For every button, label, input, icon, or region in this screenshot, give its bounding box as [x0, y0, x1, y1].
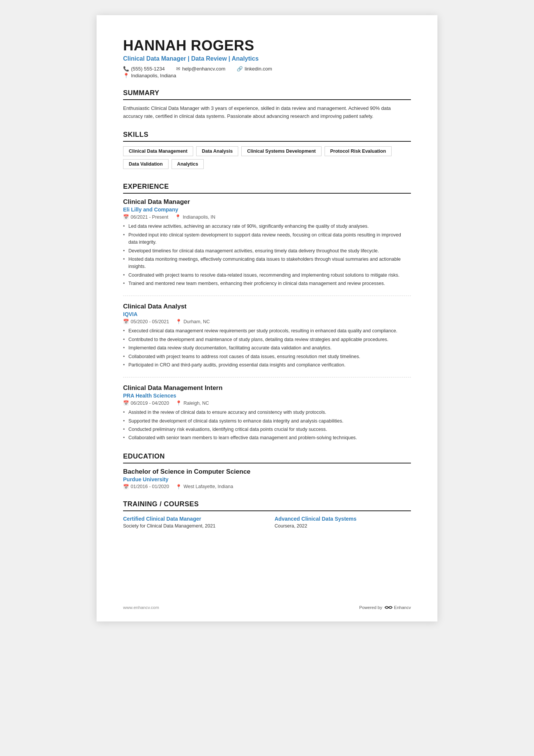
job-separator: [123, 296, 411, 296]
job-location: 📍 Raleigh, NC: [176, 400, 209, 406]
job-company: IQVIA: [123, 311, 411, 317]
phone-number: (555) 555-1234: [131, 66, 165, 72]
job-bullet: Trained and mentored new team members, e…: [123, 280, 411, 287]
skill-tag: Data Analysis: [196, 146, 239, 156]
job-title: Clinical Data Management Intern: [123, 384, 411, 392]
skills-title: SKILLS: [123, 131, 411, 142]
job-meta: 📅 05/2020 - 05/2021 📍 Durham, NC: [123, 319, 411, 324]
header-section: HANNAH ROGERS Clinical Data Manager | Da…: [123, 38, 411, 78]
training-item: Advanced Clinical Data Systems Coursera,…: [275, 516, 411, 530]
training-item: Certified Clinical Data Manager Society …: [123, 516, 259, 530]
phone-icon: 📞: [123, 66, 129, 72]
jobs-container: Clinical Data Manager Eli Lilly and Comp…: [123, 198, 411, 441]
skill-tag: Data Validation: [123, 159, 169, 169]
skill-tag: Clinical Systems Development: [241, 146, 321, 156]
job-separator: [123, 377, 411, 377]
pin-icon: 📍: [175, 214, 181, 220]
location-contact: 📍 Indianapolis, Indiana: [123, 73, 176, 78]
experience-title: EXPERIENCE: [123, 183, 411, 194]
linkedin-icon: 🔗: [237, 66, 243, 72]
email-contact: ✉ help@enhancv.com: [176, 66, 225, 72]
email-address: help@enhancv.com: [182, 66, 225, 72]
pin-icon: 📍: [176, 319, 182, 324]
edu-school: Purdue University: [123, 476, 411, 482]
enhancv-logo: Enhancv: [384, 605, 411, 610]
location-text: Indianapolis, Indiana: [131, 73, 176, 78]
contact-row-1: 📞 (555) 555-1234 ✉ help@enhancv.com 🔗 li…: [123, 66, 411, 72]
calendar-icon: 📅: [123, 214, 129, 220]
linkedin-url: linkedin.com: [245, 66, 272, 72]
edu-date: 📅 01/2016 - 01/2020: [123, 484, 169, 490]
job-bullet: Collaborated with project teams to addre…: [123, 353, 411, 360]
edu-degree: Bachelor of Science in Computer Science: [123, 468, 411, 476]
edu-block: Bachelor of Science in Computer Science …: [123, 468, 411, 490]
training-item-title: Advanced Clinical Data Systems: [275, 516, 411, 522]
job-location: 📍 Durham, NC: [176, 319, 209, 324]
powered-by-text: Powered by: [359, 605, 383, 610]
page-footer: www.enhancv.com Powered by Enhancv: [123, 605, 411, 610]
job-title: Clinical Data Analyst: [123, 303, 411, 310]
candidate-name: HANNAH ROGERS: [123, 38, 411, 54]
job-bullet: Executed clinical data management review…: [123, 327, 411, 335]
job-date: 📅 06/2019 - 04/2020: [123, 400, 169, 406]
calendar-icon: 📅: [123, 319, 129, 324]
training-item-title: Certified Clinical Data Manager: [123, 516, 259, 522]
job-date: 📅 06/2021 - Present: [123, 214, 168, 220]
skills-section: SKILLS Clinical Data ManagementData Anal…: [123, 131, 411, 172]
education-section: EDUCATION Bachelor of Science in Compute…: [123, 452, 411, 490]
skill-tag: Analytics: [172, 159, 204, 169]
job-bullet: Hosted data monitoring meetings, effecti…: [123, 256, 411, 271]
edu-container: Bachelor of Science in Computer Science …: [123, 468, 411, 490]
brand-name: Enhancv: [394, 605, 411, 610]
candidate-title: Clinical Data Manager | Data Review | An…: [123, 55, 411, 62]
job-block: Clinical Data Manager Eli Lilly and Comp…: [123, 198, 411, 287]
training-item-desc: Society for Clinical Data Management, 20…: [123, 523, 259, 530]
job-block: Clinical Data Management Intern PRA Heal…: [123, 384, 411, 442]
job-company: PRA Health Sciences: [123, 393, 411, 399]
calendar-icon: 📅: [123, 400, 129, 406]
email-icon: ✉: [176, 66, 180, 72]
job-bullet: Collaborated with senior team members to…: [123, 434, 411, 441]
job-location: 📍 Indianapolis, IN: [175, 214, 215, 220]
contact-row-2: 📍 Indianapolis, Indiana: [123, 73, 411, 78]
education-title: EDUCATION: [123, 452, 411, 463]
summary-title: SUMMARY: [123, 89, 411, 100]
job-meta: 📅 06/2021 - Present 📍 Indianapolis, IN: [123, 214, 411, 220]
job-company: Eli Lilly and Company: [123, 207, 411, 213]
job-bullet: Provided input into clinical system deve…: [123, 232, 411, 246]
calendar-icon: 📅: [123, 484, 129, 490]
job-block: Clinical Data Analyst IQVIA 📅 05/2020 - …: [123, 303, 411, 369]
training-container: Certified Clinical Data Manager Society …: [123, 516, 411, 530]
experience-section: EXPERIENCE Clinical Data Manager Eli Lil…: [123, 183, 411, 441]
footer-website: www.enhancv.com: [123, 605, 159, 610]
job-date: 📅 05/2020 - 05/2021: [123, 319, 169, 324]
edu-location: 📍 West Lafayette, Indiana: [176, 484, 233, 490]
job-bullet: Conducted preliminary risk evaluations, …: [123, 426, 411, 433]
job-bullet: Implemented data review study documentat…: [123, 344, 411, 352]
training-title: TRAINING / COURSES: [123, 500, 411, 511]
job-bullets: Executed clinical data management review…: [123, 327, 411, 369]
job-bullet: Supported the development of clinical da…: [123, 418, 411, 425]
skills-list: Clinical Data ManagementData AnalysisCli…: [123, 146, 411, 172]
enhancv-svg-icon: [384, 605, 393, 610]
training-section: TRAINING / COURSES Certified Clinical Da…: [123, 500, 411, 530]
resume-page: HANNAH ROGERS Clinical Data Manager | Da…: [97, 15, 437, 621]
job-bullets: Assisted in the review of clinical data …: [123, 409, 411, 442]
job-bullet: Assisted in the review of clinical data …: [123, 409, 411, 416]
job-bullet: Participated in CRO and third-party audi…: [123, 362, 411, 369]
pin-icon: 📍: [176, 400, 182, 406]
job-meta: 📅 06/2019 - 04/2020 📍 Raleigh, NC: [123, 400, 411, 406]
job-bullet: Contributed to the development and maint…: [123, 336, 411, 343]
skill-tag: Protocol Risk Evaluation: [325, 146, 392, 156]
training-item-desc: Coursera, 2022: [275, 523, 411, 530]
pin-icon: 📍: [176, 484, 182, 490]
edu-meta: 📅 01/2016 - 01/2020 📍 West Lafayette, In…: [123, 484, 411, 490]
phone-contact: 📞 (555) 555-1234: [123, 66, 165, 72]
summary-section: SUMMARY Enthusiastic Clinical Data Manag…: [123, 89, 411, 121]
job-bullet: Coordinated with project teams to resolv…: [123, 272, 411, 279]
footer-logo: Powered by Enhancv: [359, 605, 411, 610]
job-bullets: Led data review activities, achieving an…: [123, 223, 411, 287]
skill-tag: Clinical Data Management: [123, 146, 193, 156]
job-bullet: Led data review activities, achieving an…: [123, 223, 411, 230]
linkedin-contact[interactable]: 🔗 linkedin.com: [237, 66, 272, 72]
